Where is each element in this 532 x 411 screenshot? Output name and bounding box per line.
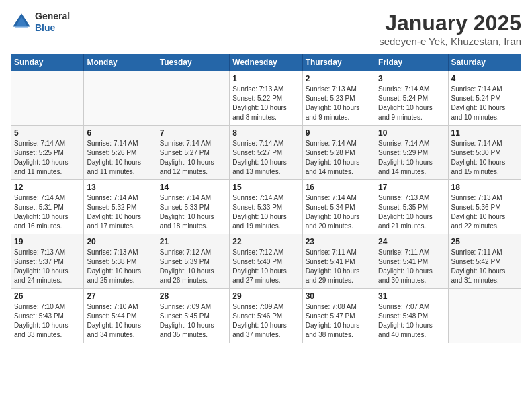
day-number: 25 bbox=[451, 237, 518, 246]
day-number: 16 bbox=[306, 183, 372, 192]
calendar-cell: 5Sunrise: 7:14 AM Sunset: 5:25 PM Daylig… bbox=[11, 126, 84, 180]
calendar-cell: 16Sunrise: 7:14 AM Sunset: 5:34 PM Dayli… bbox=[302, 180, 375, 234]
day-number: 27 bbox=[87, 291, 153, 301]
calendar-cell: 15Sunrise: 7:14 AM Sunset: 5:33 PM Dayli… bbox=[230, 180, 302, 234]
day-number: 15 bbox=[232, 183, 299, 192]
day-number: 28 bbox=[160, 291, 226, 301]
day-info: Sunrise: 7:14 AM Sunset: 5:25 PM Dayligh… bbox=[14, 139, 81, 177]
day-info: Sunrise: 7:10 AM Sunset: 5:43 PM Dayligh… bbox=[14, 302, 81, 340]
calendar-cell: 22Sunrise: 7:12 AM Sunset: 5:40 PM Dayli… bbox=[230, 234, 302, 289]
calendar-cell: 25Sunrise: 7:11 AM Sunset: 5:42 PM Dayli… bbox=[448, 234, 521, 289]
title-block: January 2025 sedeyen-e Yek, Khuzestan, I… bbox=[379, 11, 521, 47]
day-info: Sunrise: 7:12 AM Sunset: 5:39 PM Dayligh… bbox=[160, 248, 226, 285]
calendar-cell: 27Sunrise: 7:10 AM Sunset: 5:44 PM Dayli… bbox=[84, 289, 157, 343]
logo-icon bbox=[11, 11, 32, 33]
day-info: Sunrise: 7:07 AM Sunset: 5:48 PM Dayligh… bbox=[378, 302, 445, 340]
logo-general-text: General bbox=[35, 11, 70, 22]
calendar-cell bbox=[448, 289, 521, 343]
day-info: Sunrise: 7:14 AM Sunset: 5:33 PM Dayligh… bbox=[232, 193, 299, 231]
calendar-cell: 21Sunrise: 7:12 AM Sunset: 5:39 PM Dayli… bbox=[157, 234, 229, 289]
week-row-5: 26Sunrise: 7:10 AM Sunset: 5:43 PM Dayli… bbox=[11, 289, 521, 343]
logo: General Blue bbox=[11, 11, 70, 34]
day-number: 29 bbox=[232, 291, 299, 301]
calendar-cell: 10Sunrise: 7:14 AM Sunset: 5:29 PM Dayli… bbox=[375, 126, 448, 180]
calendar-cell: 3Sunrise: 7:14 AM Sunset: 5:24 PM Daylig… bbox=[375, 71, 448, 126]
calendar-cell: 2Sunrise: 7:13 AM Sunset: 5:23 PM Daylig… bbox=[302, 71, 375, 126]
day-info: Sunrise: 7:14 AM Sunset: 5:24 PM Dayligh… bbox=[378, 85, 445, 122]
day-info: Sunrise: 7:13 AM Sunset: 5:38 PM Dayligh… bbox=[87, 248, 153, 285]
week-row-2: 5Sunrise: 7:14 AM Sunset: 5:25 PM Daylig… bbox=[11, 126, 521, 180]
calendar-title: January 2025 bbox=[379, 11, 521, 36]
calendar-cell: 19Sunrise: 7:13 AM Sunset: 5:37 PM Dayli… bbox=[11, 234, 84, 289]
day-number: 31 bbox=[378, 291, 445, 301]
day-number: 9 bbox=[306, 128, 372, 138]
calendar-cell: 1Sunrise: 7:13 AM Sunset: 5:22 PM Daylig… bbox=[230, 71, 302, 126]
calendar-cell: 20Sunrise: 7:13 AM Sunset: 5:38 PM Dayli… bbox=[84, 234, 157, 289]
calendar-cell bbox=[84, 71, 157, 126]
calendar-cell: 31Sunrise: 7:07 AM Sunset: 5:48 PM Dayli… bbox=[375, 289, 448, 343]
calendar-cell: 26Sunrise: 7:10 AM Sunset: 5:43 PM Dayli… bbox=[11, 289, 84, 343]
calendar-cell: 28Sunrise: 7:09 AM Sunset: 5:45 PM Dayli… bbox=[157, 289, 229, 343]
day-info: Sunrise: 7:13 AM Sunset: 5:36 PM Dayligh… bbox=[451, 193, 518, 231]
day-number: 24 bbox=[378, 237, 445, 246]
calendar-cell bbox=[11, 71, 84, 126]
day-info: Sunrise: 7:14 AM Sunset: 5:24 PM Dayligh… bbox=[451, 85, 518, 122]
day-number: 3 bbox=[378, 74, 445, 83]
day-number: 12 bbox=[14, 183, 81, 192]
page-header: General Blue January 2025 sedeyen-e Yek,… bbox=[11, 11, 521, 47]
day-info: Sunrise: 7:14 AM Sunset: 5:33 PM Dayligh… bbox=[160, 193, 226, 231]
calendar-cell: 6Sunrise: 7:14 AM Sunset: 5:26 PM Daylig… bbox=[84, 126, 157, 180]
day-number: 23 bbox=[306, 237, 372, 246]
calendar-cell: 8Sunrise: 7:14 AM Sunset: 5:27 PM Daylig… bbox=[230, 126, 302, 180]
day-info: Sunrise: 7:14 AM Sunset: 5:32 PM Dayligh… bbox=[87, 193, 153, 231]
day-info: Sunrise: 7:14 AM Sunset: 5:27 PM Dayligh… bbox=[232, 139, 299, 177]
day-number: 8 bbox=[232, 128, 299, 138]
week-row-3: 12Sunrise: 7:14 AM Sunset: 5:31 PM Dayli… bbox=[11, 180, 521, 234]
day-number: 30 bbox=[306, 291, 372, 301]
day-info: Sunrise: 7:08 AM Sunset: 5:47 PM Dayligh… bbox=[306, 302, 372, 340]
calendar-cell: 9Sunrise: 7:14 AM Sunset: 5:28 PM Daylig… bbox=[302, 126, 375, 180]
day-info: Sunrise: 7:09 AM Sunset: 5:46 PM Dayligh… bbox=[232, 302, 299, 340]
calendar-cell: 18Sunrise: 7:13 AM Sunset: 5:36 PM Dayli… bbox=[448, 180, 521, 234]
calendar-cell: 23Sunrise: 7:11 AM Sunset: 5:41 PM Dayli… bbox=[302, 234, 375, 289]
day-info: Sunrise: 7:11 AM Sunset: 5:41 PM Dayligh… bbox=[378, 248, 445, 285]
day-number: 13 bbox=[87, 183, 153, 192]
day-number: 7 bbox=[160, 128, 226, 138]
calendar-table: SundayMondayTuesdayWednesdayThursdayFrid… bbox=[11, 54, 521, 343]
week-row-4: 19Sunrise: 7:13 AM Sunset: 5:37 PM Dayli… bbox=[11, 234, 521, 289]
day-number: 4 bbox=[451, 74, 518, 83]
day-number: 26 bbox=[14, 291, 81, 301]
day-number: 17 bbox=[378, 183, 445, 192]
day-header-wednesday: Wednesday bbox=[230, 54, 302, 71]
day-info: Sunrise: 7:14 AM Sunset: 5:29 PM Dayligh… bbox=[378, 139, 445, 177]
day-number: 11 bbox=[451, 128, 518, 138]
calendar-cell: 11Sunrise: 7:14 AM Sunset: 5:30 PM Dayli… bbox=[448, 126, 521, 180]
calendar-cell: 29Sunrise: 7:09 AM Sunset: 5:46 PM Dayli… bbox=[230, 289, 302, 343]
day-info: Sunrise: 7:09 AM Sunset: 5:45 PM Dayligh… bbox=[160, 302, 226, 340]
day-number: 22 bbox=[232, 237, 299, 246]
calendar-cell: 7Sunrise: 7:14 AM Sunset: 5:27 PM Daylig… bbox=[157, 126, 229, 180]
day-info: Sunrise: 7:11 AM Sunset: 5:42 PM Dayligh… bbox=[451, 248, 518, 285]
day-info: Sunrise: 7:11 AM Sunset: 5:41 PM Dayligh… bbox=[306, 248, 372, 285]
day-info: Sunrise: 7:13 AM Sunset: 5:37 PM Dayligh… bbox=[14, 248, 81, 285]
day-header-sunday: Sunday bbox=[11, 54, 84, 71]
calendar-cell: 4Sunrise: 7:14 AM Sunset: 5:24 PM Daylig… bbox=[448, 71, 521, 126]
day-number: 2 bbox=[306, 74, 372, 83]
day-number: 6 bbox=[87, 128, 153, 138]
calendar-cell: 14Sunrise: 7:14 AM Sunset: 5:33 PM Dayli… bbox=[157, 180, 229, 234]
day-number: 20 bbox=[87, 237, 153, 246]
days-header-row: SundayMondayTuesdayWednesdayThursdayFrid… bbox=[11, 54, 521, 71]
day-info: Sunrise: 7:13 AM Sunset: 5:22 PM Dayligh… bbox=[232, 85, 299, 122]
day-number: 19 bbox=[14, 237, 81, 246]
day-header-tuesday: Tuesday bbox=[157, 54, 229, 71]
day-number: 18 bbox=[451, 183, 518, 192]
calendar-cell: 17Sunrise: 7:13 AM Sunset: 5:35 PM Dayli… bbox=[375, 180, 448, 234]
day-header-thursday: Thursday bbox=[302, 54, 375, 71]
day-header-friday: Friday bbox=[375, 54, 448, 71]
day-info: Sunrise: 7:14 AM Sunset: 5:28 PM Dayligh… bbox=[306, 139, 372, 177]
day-info: Sunrise: 7:13 AM Sunset: 5:23 PM Dayligh… bbox=[306, 85, 372, 122]
day-number: 10 bbox=[378, 128, 445, 138]
calendar-cell: 12Sunrise: 7:14 AM Sunset: 5:31 PM Dayli… bbox=[11, 180, 84, 234]
calendar-cell: 13Sunrise: 7:14 AM Sunset: 5:32 PM Dayli… bbox=[84, 180, 157, 234]
day-info: Sunrise: 7:12 AM Sunset: 5:40 PM Dayligh… bbox=[232, 248, 299, 285]
